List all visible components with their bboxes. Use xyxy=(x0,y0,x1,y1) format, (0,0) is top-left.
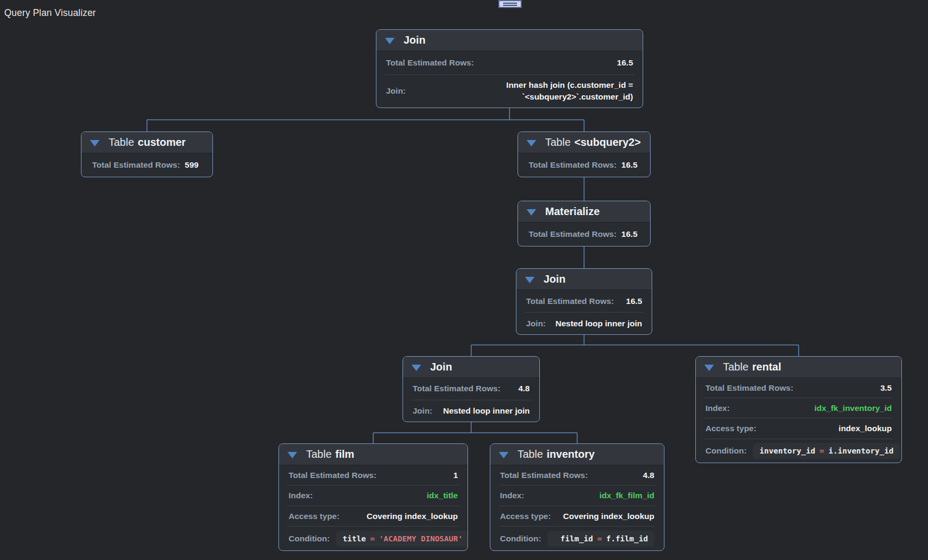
collapse-toggle-icon[interactable] xyxy=(288,452,297,458)
collapse-toggle-icon[interactable] xyxy=(527,209,536,216)
node-row: Total Estimated Rows: 16.5 xyxy=(518,223,650,246)
node-row: Total Estimated Rows: 16.5 xyxy=(376,51,643,75)
plan-node-table-customer[interactable]: Tablecustomer Total Estimated Rows: 599 xyxy=(81,131,213,177)
row-value: 16.5 xyxy=(617,58,633,68)
node-row: Access type: Covering index_lookup xyxy=(279,506,467,526)
collapse-toggle-icon[interactable] xyxy=(412,365,421,371)
node-title: Join xyxy=(544,273,565,285)
node-row: Join: Nested loop inner join xyxy=(516,312,652,334)
plan-node-lower-join[interactable]: Join Total Estimated Rows: 4.8 Join: Nes… xyxy=(403,356,540,422)
collapse-toggle-icon[interactable] xyxy=(499,452,508,458)
index-value: idx_fk_inventory_id xyxy=(814,403,892,413)
node-row: Total Estimated Rows: 4.8 xyxy=(403,378,539,400)
row-value: Nested loop inner join xyxy=(443,406,530,416)
row-label: Access type: xyxy=(289,512,340,521)
row-value: 4.8 xyxy=(643,471,654,480)
plan-node-table-rental[interactable]: Tablerental Total Estimated Rows: 3.5 In… xyxy=(695,356,902,463)
row-value: 16.5 xyxy=(621,229,637,239)
node-row: Index: idx_fk_inventory_id xyxy=(696,398,901,418)
node-header[interactable]: Tablerental xyxy=(696,357,901,378)
row-value: 3.5 xyxy=(880,383,892,393)
node-row: Total Estimated Rows: 16.5 xyxy=(518,153,650,177)
row-value: 16.5 xyxy=(626,297,642,306)
node-header[interactable]: Tablecustomer xyxy=(81,132,212,153)
row-value: 4.8 xyxy=(518,384,530,393)
row-label: Join: xyxy=(413,406,432,416)
row-label: Condition: xyxy=(289,534,330,543)
node-row: Index: idx_title xyxy=(279,485,467,505)
node-row: Condition: title='ACADEMY DINOSAUR' xyxy=(279,526,467,550)
node-title: Tablefilm xyxy=(306,448,354,460)
row-label: Total Estimated Rows: xyxy=(413,384,500,393)
row-label: Total Estimated Rows: xyxy=(705,383,793,393)
plan-node-table-film[interactable]: Tablefilm Total Estimated Rows: 1 Index:… xyxy=(278,443,468,551)
row-label: Total Estimated Rows: xyxy=(289,471,376,480)
row-label: Condition: xyxy=(500,534,541,543)
node-header[interactable]: Join xyxy=(516,269,652,290)
row-value: Covering index_lookup xyxy=(563,512,654,521)
row-label: Condition: xyxy=(705,446,746,456)
row-label: Index: xyxy=(500,491,524,500)
condition-code: film_id=f.film_id xyxy=(547,531,654,547)
node-row: Access type: index_lookup xyxy=(696,418,901,438)
node-row: Total Estimated Rows: 16.5 xyxy=(516,290,652,312)
node-row: Total Estimated Rows: 1 xyxy=(279,465,467,485)
collapse-toggle-icon[interactable] xyxy=(527,140,536,146)
plan-node-materialize[interactable]: Materialize Total Estimated Rows: 16.5 xyxy=(518,201,651,246)
condition-code: title='ACADEMY DINOSAUR' xyxy=(336,531,468,547)
node-title: Table<subquery2> xyxy=(545,136,640,149)
row-value: Covering index_lookup xyxy=(367,512,458,521)
index-value: idx_title xyxy=(426,491,458,500)
node-row: Condition: inventory_id=i.inventory_id xyxy=(696,439,901,463)
node-row: Condition: film_id=f.film_id xyxy=(490,526,664,550)
collapse-toggle-icon[interactable] xyxy=(385,38,395,44)
collapse-toggle-icon[interactable] xyxy=(704,365,714,371)
node-title: Tablerental xyxy=(723,361,781,373)
node-row: Total Estimated Rows: 599 xyxy=(81,153,212,177)
collapse-toggle-icon[interactable] xyxy=(525,277,535,283)
row-value: 16.5 xyxy=(621,160,637,170)
row-label: Index: xyxy=(289,491,313,500)
row-label: Total Estimated Rows: xyxy=(386,58,474,68)
node-title: Tableinventory xyxy=(518,448,595,460)
node-row: Index: idx_fk_film_id xyxy=(490,485,664,505)
node-header[interactable]: Join xyxy=(403,357,539,378)
node-header[interactable]: Materialize xyxy=(518,201,650,223)
row-label: Index: xyxy=(705,403,730,413)
node-header[interactable]: Tableinventory xyxy=(490,444,664,465)
row-label: Total Estimated Rows: xyxy=(526,297,614,306)
plan-node-table-inventory[interactable]: Tableinventory Total Estimated Rows: 4.8… xyxy=(490,443,664,551)
plan-node-mid-join[interactable]: Join Total Estimated Rows: 16.5 Join: Ne… xyxy=(516,268,652,335)
row-label: Join: xyxy=(526,319,546,328)
node-header[interactable]: Join xyxy=(376,30,643,51)
row-label: Access type: xyxy=(705,424,757,433)
row-label: Access type: xyxy=(500,512,551,521)
node-title: Join xyxy=(430,361,452,373)
node-title: Tablecustomer xyxy=(109,136,186,149)
node-header[interactable]: Table<subquery2> xyxy=(518,132,650,153)
plan-node-table-subquery2[interactable]: Table<subquery2> Total Estimated Rows: 1… xyxy=(518,131,651,177)
row-value: Inner hash join (c.customer_id = `<subqu… xyxy=(498,79,633,103)
row-label: Total Estimated Rows: xyxy=(500,471,588,480)
node-row: Total Estimated Rows: 3.5 xyxy=(696,378,901,398)
node-title: Join xyxy=(404,34,425,46)
node-header[interactable]: Tablefilm xyxy=(279,444,467,465)
row-label: Total Estimated Rows: xyxy=(529,160,617,170)
row-value: 599 xyxy=(185,160,199,170)
node-row: Access type: Covering index_lookup xyxy=(490,506,664,526)
node-row: Total Estimated Rows: 4.8 xyxy=(490,465,664,485)
row-label: Join: xyxy=(386,86,406,96)
node-title: Materialize xyxy=(545,205,599,218)
row-label: Total Estimated Rows: xyxy=(529,229,617,239)
row-label: Total Estimated Rows: xyxy=(92,160,180,170)
index-value: idx_fk_film_id xyxy=(599,491,654,500)
row-value: 1 xyxy=(453,471,458,480)
collapse-toggle-icon[interactable] xyxy=(90,140,100,146)
node-row: Join: Nested loop inner join xyxy=(403,400,539,422)
condition-code: inventory_id=i.inventory_id xyxy=(753,443,900,459)
plan-node-root-join[interactable]: Join Total Estimated Rows: 16.5 Join: In… xyxy=(376,29,643,108)
row-value: Nested loop inner join xyxy=(555,319,642,328)
node-row: Join: Inner hash join (c.customer_id = `… xyxy=(376,75,643,108)
row-value: index_lookup xyxy=(839,424,892,433)
graph-canvas[interactable]: { "app": { "title": "Query Plan Visualiz… xyxy=(0,0,928,560)
